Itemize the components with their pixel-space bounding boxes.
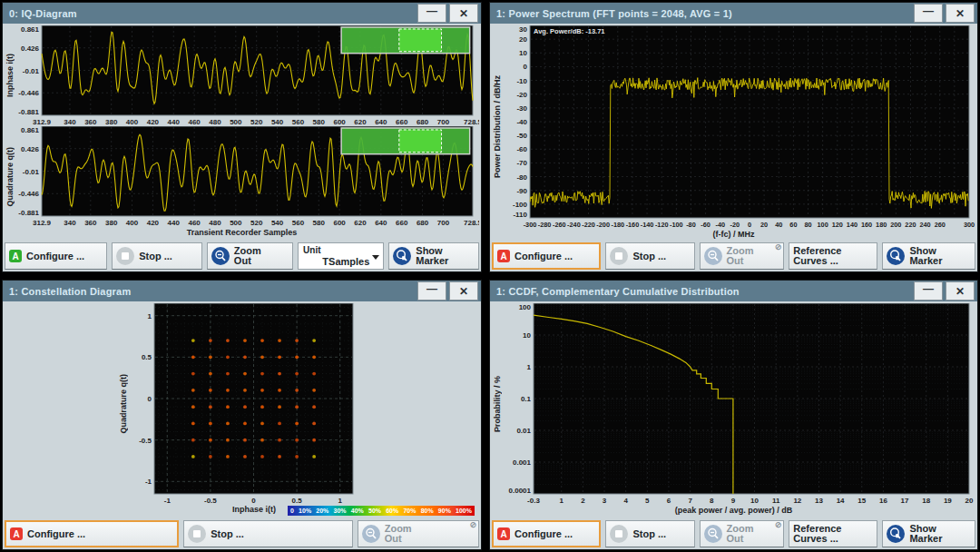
spectrum-plot[interactable]: 3020100-10-20-30-40-50-60-70-80-90-100-1… (503, 25, 975, 229)
axis-tick-label: -50 (516, 132, 527, 140)
axis-tick-label: 520 (250, 219, 263, 227)
zoom-out-icon (704, 247, 722, 265)
stop-label: Stop ... (139, 251, 172, 261)
axis-tick-label: 560 (292, 118, 305, 126)
avg-power-readout: Avg. Power/dB: -13.71 (534, 27, 605, 35)
configure-a-icon: A (10, 527, 23, 540)
axis-tick-label: -100 (670, 221, 683, 229)
iq-quadrature-row: Quadrature q(t) 0.8610.426-0.01-0.446-0.… (5, 126, 479, 227)
close-button[interactable]: ✕ (946, 281, 975, 301)
configure-button[interactable]: A Configure ... (5, 242, 107, 270)
constellation-dot (243, 372, 247, 376)
configure-button[interactable]: A Configure ... (5, 520, 179, 547)
axis-tick-label: -0.3 (527, 497, 540, 505)
iq-quadrature-plot[interactable]: 0.8610.426-0.01-0.446-0.881312.934036038… (15, 126, 479, 227)
axis-tick-label: 13 (815, 497, 823, 505)
close-button[interactable]: ✕ (449, 281, 478, 301)
axis-tick-label: 0.861 (21, 126, 40, 134)
constellation-dot (295, 439, 299, 442)
minimize-button[interactable]: — (914, 281, 943, 301)
axis-tick-label: 140 (847, 221, 858, 229)
configure-label: Configure ... (26, 251, 84, 261)
axis-tick-label: 220 (905, 221, 916, 229)
iq-inphase-plot[interactable]: 0.8610.426-0.01-0.446-0.881312.934036038… (15, 25, 479, 126)
zoom-out-button-disabled[interactable]: ZoomOut ⊘ (700, 520, 785, 547)
axis-tick-label: 400 (126, 219, 139, 227)
constellation-dot (295, 339, 299, 342)
constellation-dot (278, 455, 281, 458)
constellation-dot (209, 389, 212, 392)
axis-tick-label: 0.426 (21, 145, 40, 153)
reference-curves-button[interactable]: ReferenceCurves ... (789, 242, 877, 270)
constellation-dot (260, 339, 264, 342)
axis-tick-label: 60 (789, 221, 797, 229)
zoom-out-button-disabled[interactable]: ZoomOut ⊘ (358, 520, 479, 547)
close-button[interactable]: ✕ (946, 4, 975, 23)
constellation-plot[interactable]: -1-1-0.5-0.5000.50.511 (129, 303, 360, 505)
colorbar-label: 50% (368, 508, 381, 514)
constellation-dot (191, 421, 195, 425)
configure-a-icon: A (497, 250, 510, 262)
ccdf-plot[interactable]: 1001010.10.010.0010.0001-0.3123456789101… (503, 303, 975, 505)
axis-tick-label: 500 (230, 118, 242, 126)
ccdf-body: Probability / % 1001010.10.010.0010.0001… (490, 301, 977, 549)
axis-tick-label: 180 (876, 221, 887, 229)
axis-tick-label: -0.446 (18, 190, 39, 198)
y-axis-label: Power Distribution / dB/Hz (492, 25, 503, 229)
axis-tick-label: 380 (105, 118, 118, 126)
disabled-icon: ⊘ (469, 520, 476, 529)
constellation-dot (209, 405, 212, 409)
axis-tick-label: 312.9 (33, 118, 52, 126)
minimize-button[interactable]: — (914, 4, 943, 23)
zoom-selection-box[interactable] (399, 130, 442, 153)
constellation-footer: Inphase i(t) 010%20%30%40%50%60%70%80%90… (5, 505, 479, 517)
reference-curves-button[interactable]: ReferenceCurves ... (789, 520, 877, 547)
minimize-button[interactable]: — (417, 281, 446, 301)
constellation-dot (295, 421, 299, 425)
constellation-dot (295, 405, 299, 409)
constellation-dot (226, 389, 230, 392)
unit-dropdown[interactable]: Unit TSamples (298, 242, 384, 270)
axis-tick-label: 6 (667, 497, 671, 505)
axis-tick-label: 0.1 (521, 395, 532, 403)
axis-tick-label: 540 (271, 118, 284, 126)
zoom-selection-box[interactable] (399, 29, 442, 52)
minimize-button[interactable]: — (417, 4, 446, 23)
axis-tick-label: 80 (804, 221, 811, 229)
show-marker-button[interactable]: ShowMarker (882, 242, 975, 270)
constellation-dot (295, 389, 299, 392)
marker-icon (887, 247, 905, 265)
axis-tick-label: 0.5 (292, 497, 303, 505)
axis-tick-label: 8 (710, 497, 714, 505)
zoom-out-button-disabled[interactable]: ZoomOut ⊘ (700, 242, 785, 270)
zoom-out-button[interactable]: ZoomOut (207, 242, 293, 270)
axis-tick-label: -40 (715, 221, 725, 229)
axis-tick-label: -110 (513, 211, 527, 219)
constellation-dot (260, 455, 264, 458)
axis-tick-label: 160 (861, 221, 872, 229)
density-colorbar: 010%20%30%40%50%60%70%80%90%100% (288, 506, 475, 516)
stop-button[interactable]: Stop ... (605, 242, 694, 270)
configure-button[interactable]: A Configure ... (492, 520, 601, 547)
show-marker-button[interactable]: ShowMarker (882, 520, 975, 547)
axis-tick-label: 40 (775, 221, 782, 229)
stop-button[interactable]: Stop ... (183, 520, 352, 547)
colorbar-label: 90% (438, 508, 451, 514)
configure-button[interactable]: A Configure ... (492, 242, 601, 270)
constellation-dot (278, 439, 281, 442)
stop-button[interactable]: Stop ... (112, 242, 202, 270)
axis-tick-label: 18 (922, 497, 930, 505)
constellation-dot (278, 389, 281, 392)
axis-tick-label: 620 (354, 118, 367, 126)
axis-tick-label: 0 (748, 221, 751, 229)
constellation-dot (209, 339, 212, 342)
show-marker-button[interactable]: ShowMarker (388, 242, 479, 270)
constellation-dot (312, 439, 316, 442)
close-button[interactable]: ✕ (449, 4, 478, 23)
constellation-dot (260, 372, 264, 376)
axis-tick-label: 200 (890, 221, 901, 229)
stop-button[interactable]: Stop ... (605, 520, 694, 547)
zoom-out-icon (362, 525, 380, 543)
axis-tick-label: 100 (519, 303, 532, 311)
axis-tick-label: 1 (560, 497, 564, 505)
